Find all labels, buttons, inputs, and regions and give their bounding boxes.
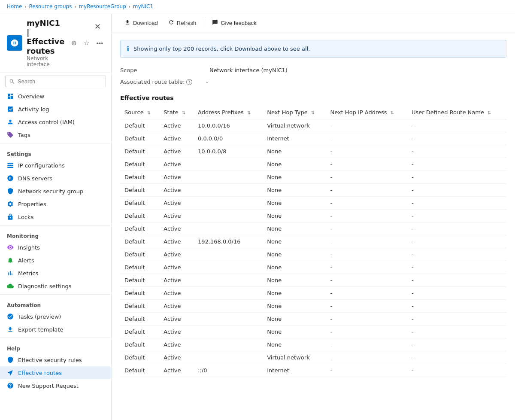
breadcrumb-resource-groups[interactable]: Resource groups	[29, 3, 72, 9]
cell-source: Default	[120, 197, 159, 210]
col-next-hop-type[interactable]: Next Hop Type ⇅	[263, 106, 326, 119]
cell-state: Active	[159, 145, 194, 158]
cell-user-defined: -	[407, 274, 506, 287]
table-row: Default Active None - -	[120, 184, 506, 197]
download-icon	[124, 19, 130, 27]
cell-state: Active	[159, 261, 194, 274]
cell-source: Default	[120, 145, 159, 158]
sidebar-item-alerts[interactable]: Alerts	[0, 254, 111, 267]
sidebar-label-metrics: Metrics	[18, 270, 38, 277]
overview-icon	[7, 93, 14, 100]
nav-section-automation: Automation	[0, 296, 111, 310]
cell-source: Default	[120, 210, 159, 222]
cell-next-hop-ip: -	[326, 145, 407, 158]
scope-section: Scope Network interface (myNIC1) Associa…	[120, 64, 506, 88]
nav-section-help: Help	[0, 340, 111, 353]
cell-address-prefix	[194, 197, 263, 210]
sidebar-item-insights[interactable]: Insights	[0, 241, 111, 254]
cell-state: Active	[159, 119, 194, 132]
breadcrumb-my-resource-group[interactable]: myResourceGroup	[79, 3, 126, 9]
col-address-prefixes[interactable]: Address Prefixes ⇅	[194, 106, 263, 119]
cell-next-hop-ip: -	[326, 119, 407, 132]
cell-next-hop-ip: -	[326, 261, 407, 274]
svg-rect-0	[7, 163, 13, 164]
cell-source: Default	[120, 261, 159, 274]
svg-rect-1	[7, 165, 13, 166]
cell-user-defined: -	[407, 287, 506, 300]
col-user-defined[interactable]: User Defined Route Name ⇅	[407, 106, 506, 119]
col-next-hop-ip[interactable]: Next Hop IP Address ⇅	[326, 106, 407, 119]
cell-next-hop-ip: -	[326, 158, 407, 171]
more-button[interactable]: •••	[94, 39, 105, 48]
cell-next-hop-type: None	[263, 210, 326, 222]
sidebar-item-locks[interactable]: Locks	[0, 210, 111, 223]
download-button[interactable]: Download	[120, 17, 162, 29]
sidebar-item-export[interactable]: Export template	[0, 323, 111, 336]
feedback-icon	[212, 19, 218, 27]
ip-config-icon	[7, 162, 14, 169]
feedback-button[interactable]: Give feedback	[208, 17, 261, 29]
sidebar-item-overview[interactable]: Overview	[0, 90, 111, 103]
sidebar-item-tasks[interactable]: Tasks (preview)	[0, 310, 111, 323]
cell-state: Active	[159, 364, 194, 377]
favorite-button[interactable]: ☆	[82, 38, 91, 48]
sidebar-item-activity-log[interactable]: Activity log	[0, 103, 111, 116]
cell-address-prefix	[194, 287, 263, 300]
sidebar-item-iam[interactable]: Access control (IAM)	[0, 116, 111, 128]
col-state[interactable]: State ⇅	[159, 106, 194, 119]
metrics-icon	[7, 270, 14, 277]
sidebar-item-dns[interactable]: DNS servers	[0, 172, 111, 185]
sidebar-search-container	[0, 73, 111, 90]
cell-next-hop-ip: -	[326, 338, 407, 351]
sidebar-label-dns: DNS servers	[18, 175, 52, 182]
sidebar-label-export: Export template	[18, 326, 63, 333]
sidebar-label-insights: Insights	[18, 244, 40, 251]
cell-source: Default	[120, 248, 159, 261]
sidebar-item-ip-configurations[interactable]: IP configurations	[0, 159, 111, 172]
sidebar-item-nsg[interactable]: Network security group	[0, 185, 111, 198]
close-button[interactable]: ✕	[91, 20, 104, 33]
help-icon[interactable]: ?	[186, 79, 192, 85]
sidebar-item-tags[interactable]: Tags	[0, 128, 111, 141]
resource-icon	[7, 35, 22, 51]
breadcrumb-home[interactable]: Home	[7, 3, 22, 9]
cell-user-defined: -	[407, 248, 506, 261]
col-source[interactable]: Source ⇅	[120, 106, 159, 119]
cell-user-defined: -	[407, 210, 506, 222]
pin-button[interactable]: ⊕	[70, 38, 79, 48]
cell-state: Active	[159, 287, 194, 300]
table-row: Default Active None - -	[120, 287, 506, 300]
sidebar-label-locks: Locks	[18, 214, 33, 220]
cell-state: Active	[159, 235, 194, 248]
cell-user-defined: -	[407, 338, 506, 351]
sidebar-item-metrics[interactable]: Metrics	[0, 267, 111, 280]
tasks-icon	[7, 313, 14, 320]
info-icon: ℹ	[127, 45, 129, 53]
table-row: Default Active None - -	[120, 261, 506, 274]
sidebar-item-security-rules[interactable]: Effective security rules	[0, 353, 111, 366]
alerts-icon	[7, 257, 14, 264]
table-header-row: Source ⇅ State ⇅ Address Prefixes ⇅ Next…	[120, 106, 506, 119]
breadcrumb: Home › Resource groups › myResourceGroup…	[0, 0, 515, 13]
search-input[interactable]	[5, 76, 106, 87]
cell-address-prefix	[194, 351, 263, 364]
action-bar: Download Refresh Give feedback	[112, 13, 515, 33]
action-divider	[204, 19, 204, 27]
cell-user-defined: -	[407, 119, 506, 132]
sidebar-item-properties[interactable]: Properties	[0, 198, 111, 210]
cell-next-hop-ip: -	[326, 184, 407, 197]
sidebar-item-effective-routes[interactable]: Effective routes	[0, 366, 111, 379]
breadcrumb-mynic1[interactable]: myNIC1	[133, 3, 153, 9]
cell-address-prefix	[194, 261, 263, 274]
cell-next-hop-type: None	[263, 300, 326, 313]
section-title: Effective routes	[120, 94, 506, 101]
sidebar-item-diagnostic[interactable]: Diagnostic settings	[0, 280, 111, 292]
sidebar-nav: Overview Activity log Access control (IA…	[0, 90, 111, 420]
cell-next-hop-type: Internet	[263, 132, 326, 145]
sidebar-item-support[interactable]: New Support Request	[0, 379, 111, 392]
export-icon	[7, 326, 14, 333]
cell-next-hop-type: None	[263, 222, 326, 235]
table-row: Default Active None - -	[120, 338, 506, 351]
refresh-button[interactable]: Refresh	[164, 17, 201, 29]
assoc-value: -	[206, 79, 208, 85]
